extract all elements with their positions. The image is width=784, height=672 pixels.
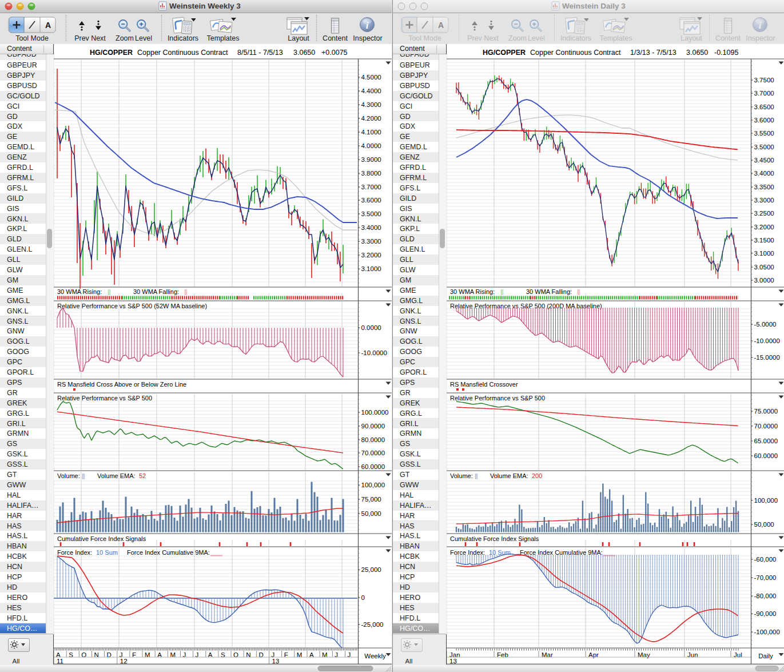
svg-text:4.0000: 4.0000 [361,142,381,149]
svg-text:50,000: 50,000 [361,510,381,517]
svg-text:3.3500: 3.3500 [754,184,774,190]
svg-text:3.5500: 3.5500 [754,130,774,137]
svg-text:Daily: Daily [758,653,773,659]
svg-text:3.0650: 3.0650 [686,49,708,57]
svg-text:Relative Performance vs S&P 50: Relative Performance vs S&P 500 (52W MA … [57,303,207,309]
svg-text:50,000: 50,000 [754,521,774,528]
svg-text:70.0000: 70.0000 [361,450,385,456]
svg-text:30 WMA Falling:: 30 WMA Falling: [133,288,179,295]
svg-text:1/3/13 - 7/5/13: 1/3/13 - 7/5/13 [630,49,676,57]
svg-text:4.2000: 4.2000 [361,115,381,122]
svg-text:70.0000: 70.0000 [754,423,778,430]
svg-text:-15.0000: -15.0000 [754,354,780,361]
svg-text:HG/COPPER: HG/COPPER [483,49,526,57]
svg-text:60.0000: 60.0000 [361,463,385,470]
svg-text:Relative Performance vs S&P 50: Relative Performance vs S&P 500 [450,395,545,401]
svg-text:100.0000: 100.0000 [361,409,389,416]
svg-text:13: 13 [272,658,280,665]
svg-text:A: A [438,21,444,30]
svg-text:Relative Performance vs S&P 50: Relative Performance vs S&P 500 [57,395,152,401]
svg-text:3.1500: 3.1500 [754,237,774,244]
svg-text:3.5000: 3.5000 [754,144,774,150]
svg-text:3.0500: 3.0500 [754,264,774,271]
svg-text:30 WMA Rising:: 30 WMA Rising: [450,288,495,295]
svg-text:3.5000: 3.5000 [361,210,381,217]
svg-text:-60,000: -60,000 [754,556,777,563]
svg-text:-10.0000: -10.0000 [361,349,387,356]
svg-text:Force Index Cumulative 9MA:: Force Index Cumulative 9MA: [127,549,210,556]
svg-text:4.4000: 4.4000 [361,88,381,94]
svg-text:-100,000: -100,000 [754,629,780,635]
svg-text:Force Index Cumulative 9MA:: Force Index Cumulative 9MA: [520,549,603,556]
svg-text:90.0000: 90.0000 [361,423,385,430]
svg-text:0.0000: 0.0000 [361,324,381,331]
svg-text:|||: ||| [82,473,85,479]
svg-text:3.0000: 3.0000 [754,277,774,284]
svg-text:200: 200 [532,472,542,479]
svg-text:|||: ||| [577,289,580,295]
svg-text:|||: ||| [500,289,503,295]
svg-text:3.6000: 3.6000 [361,197,381,204]
svg-text:Volume:: Volume: [57,472,80,479]
svg-text:4.5000: 4.5000 [361,74,381,81]
svg-text:8/5/11 - 7/5/13: 8/5/11 - 7/5/13 [237,49,283,57]
svg-text:65.0000: 65.0000 [754,438,778,444]
svg-text:|||: ||| [184,289,187,295]
svg-text:Weekly: Weekly [364,653,386,659]
svg-text:-80,000: -80,000 [754,593,777,599]
svg-text:3.4000: 3.4000 [361,224,381,231]
svg-text:+0.0075: +0.0075 [321,49,348,57]
svg-text:25,000: 25,000 [361,566,381,573]
svg-text:3.0650: 3.0650 [293,49,315,57]
svg-text:Cumulative Force Index Signals: Cumulative Force Index Signals [57,535,146,542]
svg-text:11: 11 [57,658,63,665]
svg-text:3.6500: 3.6500 [754,104,774,110]
svg-text:4.1000: 4.1000 [361,129,381,136]
svg-text:i: i [759,20,762,31]
svg-text:-5.0000: -5.0000 [754,321,777,328]
svg-text:3.6000: 3.6000 [754,117,774,124]
svg-text:10 Sum: 10 Sum [96,549,118,556]
svg-text:3.4500: 3.4500 [754,157,774,164]
svg-text:Volume:: Volume: [450,472,473,479]
svg-text:Volume EMA:: Volume EMA: [97,472,136,479]
svg-text:12: 12 [120,658,128,665]
svg-text:52: 52 [139,472,146,479]
svg-text:Cumulative Force Index Signals: Cumulative Force Index Signals [450,535,539,542]
svg-text:Copper Continuous Contract: Copper Continuous Contract [137,49,228,57]
svg-text:75,000: 75,000 [361,496,381,503]
svg-text:3.7000: 3.7000 [754,90,774,97]
svg-text:3.1000: 3.1000 [361,265,381,272]
svg-text:-90,000: -90,000 [754,610,777,617]
svg-text:|||: ||| [475,473,477,479]
svg-text:4.3000: 4.3000 [361,101,381,108]
svg-text:3.2000: 3.2000 [361,252,381,259]
svg-text:3.7500: 3.7500 [754,77,774,83]
svg-text:-25,000: -25,000 [361,621,384,628]
svg-text:3.8000: 3.8000 [361,170,381,177]
svg-text:75.0000: 75.0000 [754,408,778,415]
svg-text:Copper Continuous Contract: Copper Continuous Contract [530,49,621,57]
svg-text:100,000: 100,000 [361,482,385,488]
svg-text:3.9000: 3.9000 [361,156,381,163]
svg-text:3.3000: 3.3000 [754,197,774,204]
svg-text:A: A [45,21,51,30]
svg-text:60.0000: 60.0000 [754,452,778,459]
svg-text:3.1000: 3.1000 [754,250,774,257]
svg-text:i: i [366,20,369,31]
svg-text:80.0000: 80.0000 [361,436,385,443]
svg-text:-70,000: -70,000 [754,574,777,581]
svg-text:3.3000: 3.3000 [361,238,381,245]
svg-text:0: 0 [361,594,365,601]
svg-text:3.7000: 3.7000 [361,184,381,190]
svg-text:HG/COPPER: HG/COPPER [90,49,133,57]
svg-text:3.2500: 3.2500 [754,210,774,217]
svg-text:30 WMA Falling:: 30 WMA Falling: [526,288,572,295]
svg-text:RS Mansfield Cross Above or Be: RS Mansfield Cross Above or Below Zero L… [57,381,186,388]
svg-text:|||: ||| [108,289,110,295]
svg-text:100,000: 100,000 [754,497,778,504]
svg-text:3.4000: 3.4000 [754,170,774,177]
svg-text:Force Index:: Force Index: [57,549,92,556]
svg-text:13: 13 [449,658,457,665]
svg-text:3.2000: 3.2000 [754,224,774,230]
